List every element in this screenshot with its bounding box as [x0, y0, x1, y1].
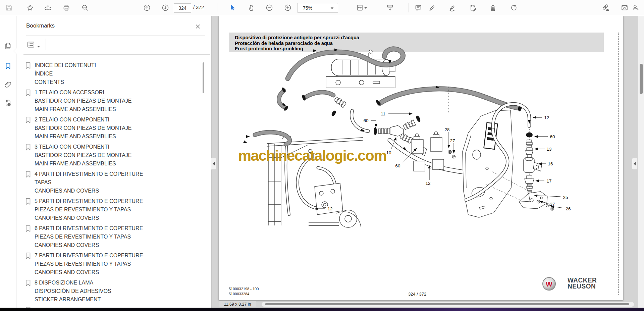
- attachments-icon[interactable]: [3, 79, 13, 90]
- expand-right-panel-icon[interactable]: [632, 158, 637, 170]
- save-icon[interactable]: [4, 3, 14, 13]
- hoses-art: [255, 49, 522, 144]
- bookmark-line: 5 PARTI DI RIVESTIMENTO E COPERTURE: [35, 197, 143, 205]
- page-display-icon[interactable]: [385, 3, 395, 13]
- pdf-page[interactable]: Dispositivo di protezione antigelo per s…: [219, 16, 623, 300]
- bookmark-item[interactable]: 8 DISPOSIZIONE LAMADISPOSICIÓN DE ADHESI…: [16, 278, 211, 306]
- zoom-in-icon[interactable]: [283, 3, 293, 13]
- page-header-box: Dispositivo di protezione antigelo per s…: [229, 33, 604, 52]
- svg-text:60: 60: [363, 118, 368, 123]
- bookmark-line: CANOPIES AND COVERS: [35, 268, 143, 276]
- next-page-icon[interactable]: [160, 3, 170, 13]
- y-fitting-art: [331, 87, 448, 156]
- delete-icon[interactable]: [488, 3, 498, 13]
- toolbar-separator: [217, 3, 217, 12]
- bookmark-item[interactable]: 4 PARTI DI RIVESTIMENTO E COPERTURETAPAS…: [16, 170, 211, 197]
- toolbar: / 372 75%: [0, 0, 644, 16]
- bookmarks-scrollbar-thumb[interactable]: [203, 62, 204, 93]
- fittings-column-art: [466, 104, 553, 210]
- comment-icon[interactable]: [413, 3, 423, 13]
- header-title-es: Protección de helada pararociado de aqua: [235, 41, 604, 46]
- svg-text:60: 60: [395, 163, 400, 168]
- close-icon[interactable]: [195, 23, 201, 30]
- header-title-it: Dispositivo di protezione antigelo per s…: [235, 35, 604, 41]
- share-people-icon[interactable]: [631, 3, 641, 13]
- sign-icon[interactable]: [447, 3, 457, 13]
- wacker-neuson-wordmark: WACKER NEUSON: [568, 277, 597, 289]
- zoom-level-dropdown[interactable]: 75%: [297, 3, 338, 13]
- zoom-out-icon[interactable]: [264, 3, 274, 13]
- previous-page-icon[interactable]: [142, 3, 152, 13]
- bookmark-item[interactable]: 6 PARTI DI RIVESTIMENTO E COPERTUREPIEZA…: [16, 224, 211, 251]
- tank-assembly-art: [326, 50, 395, 88]
- bookmark-item[interactable]: 3 TELAIO CON COMPONENTIBASTIDOR CON PIEZ…: [16, 143, 211, 170]
- bookmark-icon: [25, 279, 31, 287]
- search-icon[interactable]: [80, 3, 90, 13]
- bookmark-line: PIEZAS DE REVESTIMIENTO Y TAPAS: [35, 232, 143, 241]
- bookmark-text: 7 PARTI DI RIVESTIMENTO E COPERTUREPIEZA…: [35, 251, 143, 276]
- bookmark-line: 4 PARTI DI RIVESTIMENTO E COPERTURE: [35, 170, 143, 178]
- vertical-scrollbar[interactable]: [638, 16, 644, 308]
- bookmark-text: 5 PARTI DI RIVESTIMENTO E COPERTUREPIEZA…: [35, 197, 143, 222]
- collapse-left-panel-icon[interactable]: [211, 158, 216, 170]
- svg-text:25: 25: [563, 195, 568, 200]
- hand-tool-icon[interactable]: [247, 3, 257, 13]
- select-tool-icon[interactable]: [228, 3, 238, 13]
- flow-arrows: [243, 49, 531, 151]
- bookmark-item[interactable]: 7 PARTI DI RIVESTIMENTO E COPERTUREPIEZA…: [16, 251, 211, 278]
- bookmark-icon: [25, 116, 31, 123]
- panel-divider: [26, 36, 205, 36]
- mounting-plate-art: [463, 110, 538, 217]
- horizontal-scrollbar-thumb[interactable]: [265, 303, 629, 305]
- header-title-en: Frost protection forsprinkling: [235, 46, 604, 52]
- share-upload-icon[interactable]: [43, 3, 53, 13]
- document-number-line: 5100033284: [229, 292, 259, 297]
- bookmark-item[interactable]: INDICE DEI CONTENUTIÍNDICECONTENTS: [16, 61, 211, 88]
- document-info-icon[interactable]: [3, 98, 13, 108]
- bookmark-text: INDICE DEI CONTENUTIÍNDICECONTENTS: [35, 61, 96, 86]
- bottom-bar: [0, 308, 644, 311]
- wacker-neuson-logo-emblem: W: [542, 277, 556, 291]
- valve-assembly-art: [390, 132, 506, 180]
- svg-text:17: 17: [546, 178, 551, 184]
- bookmark-line: STICKER ARRANGEMENT: [35, 295, 111, 304]
- bookmark-line: BASTIDOR CON PIEZAS DE MONTAJE: [35, 124, 132, 132]
- bookmark-line: PIEZAS DE REVESTIMIENTO Y TAPAS: [35, 260, 143, 268]
- bookmark-item[interactable]: 2 TELAIO CON COMPONENTIBASTIDOR CON PIEZ…: [16, 115, 211, 143]
- vertical-scrollbar-thumb[interactable]: [640, 64, 643, 94]
- fill-and-sign-icon[interactable]: [468, 3, 478, 13]
- bookmark-line: BASTIDOR CON PIEZAS DE MONTAJE: [35, 97, 132, 105]
- document-number-line: 5100032198 - 100: [229, 287, 259, 292]
- bookmark-item[interactable]: 5 PARTI DI RIVESTIMENTO E COPERTUREPIEZA…: [16, 197, 211, 224]
- bookmark-item[interactable]: 1 TELAIO CON ACCESSORIBASTIDOR CON PIEZA…: [16, 88, 211, 115]
- bookmark-icon: [25, 89, 31, 96]
- panel-title: Bookmarks: [26, 22, 55, 29]
- zoom-level-value: 75%: [303, 5, 330, 11]
- chevron-down-icon[interactable]: [37, 43, 40, 49]
- send-email-icon[interactable]: [620, 3, 630, 13]
- page-thumbnails-icon[interactable]: [3, 41, 13, 51]
- highlight-icon[interactable]: [427, 3, 437, 13]
- toolbar-separator: [409, 3, 409, 12]
- share-link-icon[interactable]: [600, 3, 610, 13]
- page-number-input[interactable]: [174, 3, 191, 13]
- bookmark-text: 1 TELAIO CON ACCESSORIBASTIDOR CON PIEZA…: [35, 88, 132, 113]
- bookmark-icon: [25, 144, 31, 151]
- bookmark-line: MAIN FRAME AND ASSEMBLIES: [35, 159, 132, 168]
- fit-width-icon[interactable]: [354, 3, 370, 13]
- rotate-icon[interactable]: [509, 3, 519, 13]
- bookmark-line: DISPOSICIÓN DE ADHESIVOS: [35, 287, 111, 295]
- bookmark-text: 6 PARTI DI RIVESTIMENTO E COPERTUREPIEZA…: [35, 224, 143, 249]
- svg-text:12: 12: [544, 115, 549, 120]
- bookmark-line: ÍNDICE: [35, 69, 96, 78]
- bookmark-options-icon[interactable]: [26, 40, 36, 49]
- bookmark-line: 2 TELAIO CON COMPONENTI: [35, 115, 132, 124]
- chevron-down-icon: [330, 6, 334, 10]
- bookmarks-icon[interactable]: [3, 61, 13, 71]
- svg-text:27: 27: [550, 202, 555, 207]
- print-icon[interactable]: [61, 3, 71, 13]
- star-icon[interactable]: [25, 3, 35, 13]
- svg-text:28: 28: [444, 127, 449, 132]
- logo-word-line2: NEUSON: [568, 283, 597, 289]
- bookmark-line: CANOPIES AND COVERS: [35, 214, 143, 222]
